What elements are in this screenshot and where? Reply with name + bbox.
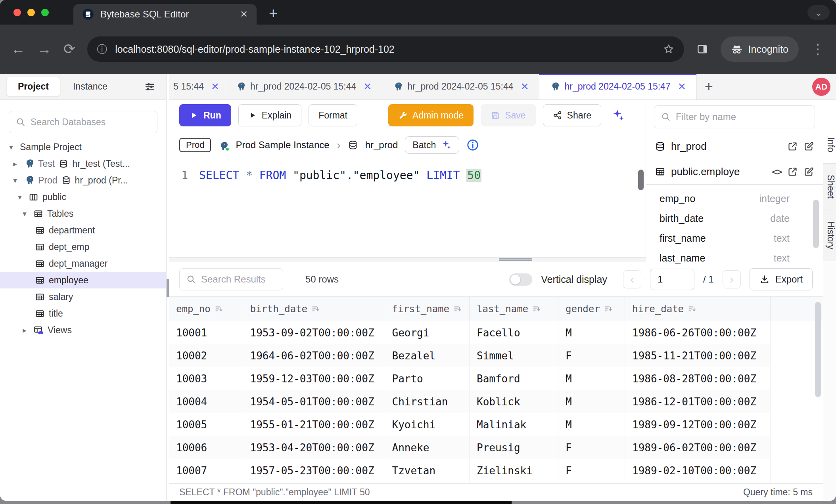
table-cell[interactable]: 1957-05-23T00:00:00Z — [243, 459, 385, 482]
bookmark-star-icon[interactable] — [663, 43, 675, 55]
edit-icon[interactable] — [803, 166, 814, 177]
schema-database-row[interactable]: hr_prod — [646, 134, 823, 159]
run-button[interactable]: Run — [179, 104, 231, 126]
table-cell[interactable]: Tzvetan — [385, 459, 470, 482]
external-link-icon[interactable] — [787, 166, 798, 177]
prev-page-button[interactable]: ‹ — [623, 270, 641, 288]
caret-right-icon[interactable]: ▸ — [20, 326, 29, 335]
table-cell[interactable]: 1986-12-01T00:00:00Z — [625, 390, 771, 413]
browser-tab[interactable]: Bytebase SQL Editor ✕ — [73, 4, 257, 25]
ai-sparkle-icon[interactable] — [611, 108, 625, 122]
close-worksheet-icon[interactable]: ✕ — [211, 81, 219, 92]
table-cell[interactable]: Preusig — [470, 436, 558, 459]
tree-item-project[interactable]: ▾ Sample Project — [0, 139, 166, 155]
results-splitter[interactable] — [169, 257, 646, 262]
tree-item-tables[interactable]: ▾ Tables — [0, 205, 166, 222]
results-search-input[interactable]: Search Results — [179, 268, 283, 290]
table-cell[interactable]: 10003 — [169, 367, 243, 390]
format-button[interactable]: Format — [309, 104, 357, 126]
table-cell[interactable]: 1955-01-21T00:00:00Z — [243, 413, 385, 436]
code-icon[interactable]: <> — [772, 166, 782, 178]
table-cell[interactable]: 10007 — [169, 459, 243, 482]
worksheet-tab-2[interactable]: hr_prod 2024-02-05 15:44 ✕ — [225, 74, 382, 99]
table-cell[interactable]: Simmel — [470, 344, 558, 367]
new-worksheet-button[interactable]: + — [705, 78, 713, 95]
new-tab-button[interactable]: + — [269, 5, 278, 22]
results-scrollbar[interactable] — [815, 302, 821, 397]
column-row[interactable]: emp_no integer — [646, 189, 823, 208]
column-header-gender[interactable]: gender — [558, 297, 625, 321]
close-worksheet-icon[interactable]: ✕ — [678, 81, 686, 92]
close-worksheet-icon[interactable]: ✕ — [363, 81, 372, 92]
site-info-icon[interactable]: ⓘ — [97, 44, 107, 54]
table-cell[interactable]: 1953-09-02T00:00:00Z — [243, 321, 385, 344]
database-name[interactable]: hr_prod — [365, 139, 398, 151]
table-cell[interactable]: 10004 — [169, 390, 243, 413]
external-link-icon[interactable] — [787, 141, 798, 152]
sql-editor[interactable]: 1 SELECT * FROM "public"."employee" LIMI… — [169, 159, 646, 257]
sort-icon[interactable] — [604, 305, 613, 313]
tab-history[interactable]: History — [823, 210, 836, 261]
table-cell[interactable]: 1989-02-10T00:00:00Z — [625, 459, 771, 482]
vertical-display-toggle[interactable] — [509, 273, 532, 286]
column-row[interactable]: first_name text — [646, 228, 823, 248]
table-cell[interactable]: 10001 — [169, 321, 243, 344]
table-cell[interactable]: M — [558, 321, 625, 344]
table-cell[interactable]: Zielinski — [470, 459, 558, 482]
schema-filter-input[interactable]: Filter by name — [654, 105, 815, 128]
column-header-birth_date[interactable]: birth_date — [243, 297, 385, 321]
caret-right-icon[interactable]: ▸ — [10, 159, 20, 168]
sort-icon[interactable] — [311, 305, 320, 313]
table-cell[interactable]: F — [558, 344, 625, 367]
side-panel-icon[interactable] — [696, 43, 709, 55]
table-cell[interactable]: M — [558, 390, 625, 413]
tree-item-table-dept_manager[interactable]: dept_manager — [0, 255, 166, 272]
tree-item-db-prod[interactable]: ▾ Prod hr_prod (Pr... — [0, 172, 166, 189]
close-tab-icon[interactable]: ✕ — [240, 9, 248, 20]
table-cell[interactable]: M — [558, 413, 625, 436]
reload-button[interactable]: ⟳ — [63, 42, 75, 56]
table-cell[interactable]: Parto — [385, 367, 470, 390]
close-worksheet-icon[interactable]: ✕ — [520, 81, 529, 92]
tab-sheet[interactable]: Sheet — [823, 164, 836, 210]
schema-scrollbar[interactable] — [813, 200, 819, 248]
splitter-handle[interactable] — [499, 258, 532, 261]
table-cell[interactable]: Bamford — [470, 367, 558, 390]
save-button[interactable]: Save — [481, 104, 535, 126]
column-header-first_name[interactable]: first_name — [385, 297, 470, 321]
tree-item-db-test[interactable]: ▸ Test hr_test (Test... — [0, 155, 166, 172]
back-button[interactable]: ← — [11, 42, 25, 56]
tree-settings-icon[interactable] — [144, 81, 156, 93]
tree-item-table-dept_emp[interactable]: dept_emp — [0, 239, 166, 255]
forward-button[interactable]: → — [37, 42, 52, 56]
edit-icon[interactable] — [803, 141, 814, 152]
batch-button[interactable]: Batch — [405, 136, 459, 154]
table-cell[interactable]: Facello — [470, 321, 558, 344]
instance-name[interactable]: Prod Sample Instance — [236, 139, 329, 151]
worksheet-tab-3[interactable]: hr_prod 2024-02-05 15:44 ✕ — [382, 74, 539, 99]
table-cell[interactable]: 1986-06-26T00:00:00Z — [625, 321, 771, 344]
tab-info[interactable]: Info — [823, 126, 836, 164]
table-cell[interactable]: 1986-08-28T00:00:00Z — [625, 367, 771, 390]
editor-scrollbar[interactable] — [638, 170, 644, 190]
table-cell[interactable]: 1959-12-03T00:00:00Z — [243, 367, 385, 390]
tree-item-table-department[interactable]: department — [0, 222, 166, 239]
schema-table-row[interactable]: public.employe <> — [646, 159, 823, 185]
worksheet-tab-4-active[interactable]: hr_prod 2024-02-05 15:47 ✕ — [539, 74, 696, 99]
next-page-button[interactable]: › — [723, 270, 741, 288]
database-search-input[interactable]: Search Databases — [9, 111, 157, 133]
sort-icon[interactable] — [215, 305, 223, 313]
table-cell[interactable]: Bezalel — [385, 344, 470, 367]
tree-item-table-title[interactable]: title — [0, 305, 166, 322]
caret-down-icon[interactable]: ▾ — [20, 209, 29, 218]
column-header-last_name[interactable]: last_name — [470, 297, 558, 321]
table-cell[interactable]: Maliniak — [470, 413, 558, 436]
table-cell[interactable]: 10002 — [169, 344, 243, 367]
tab-instance[interactable]: Instance — [62, 77, 119, 96]
table-cell[interactable]: 1964-06-02T00:00:00Z — [243, 344, 385, 367]
tree-item-views[interactable]: ▸ Views — [0, 322, 166, 338]
tab-search-button[interactable]: ⌄ — [807, 5, 830, 20]
table-cell[interactable]: 1989-06-02T00:00:00Z — [625, 436, 771, 459]
tree-item-schema-public[interactable]: ▾ public — [0, 189, 166, 205]
table-cell[interactable]: 10006 — [169, 436, 243, 459]
